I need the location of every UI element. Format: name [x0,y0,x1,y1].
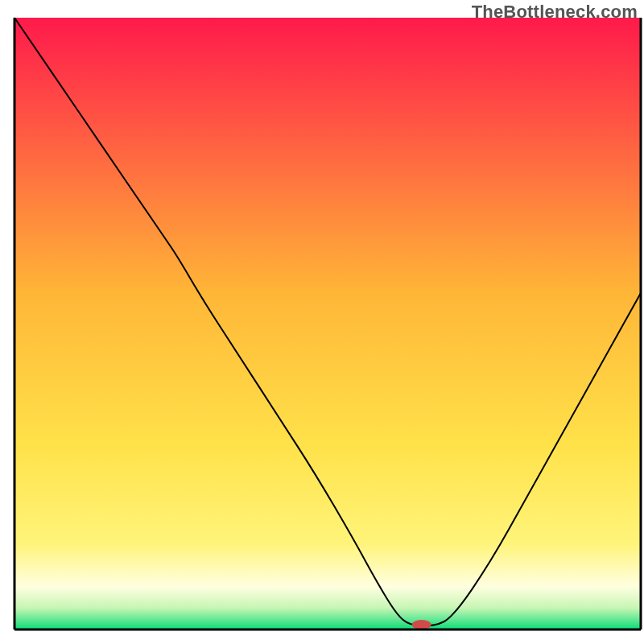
bottleneck-chart: TheBottleneck.com [0,0,644,644]
target-marker [412,620,431,630]
plot-background [14,18,641,630]
chart-svg [0,0,644,644]
